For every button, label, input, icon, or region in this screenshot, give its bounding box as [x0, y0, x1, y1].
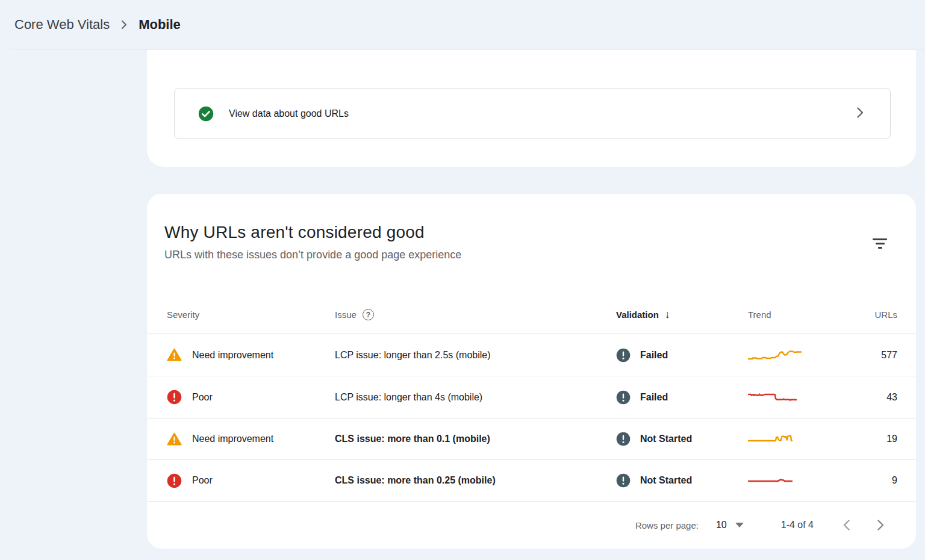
issues-subtitle: URLs with these issues don’t provide a g… [164, 249, 894, 261]
validation-exclamation-icon [616, 348, 631, 362]
column-header-severity[interactable]: Severity [167, 310, 335, 320]
urls-count-cell: 43 [870, 392, 897, 403]
column-header-validation[interactable]: Validation ↓ [616, 308, 748, 321]
trend-cell [748, 347, 870, 363]
validation-cell: Failed [616, 390, 748, 405]
issues-title: Why URLs aren't considered good [164, 223, 894, 242]
urls-count-cell: 577 [870, 350, 897, 361]
trend-cell [748, 473, 870, 488]
table-row[interactable]: Need improvement CLS issue: more than 0.… [147, 418, 916, 460]
table-row[interactable]: Poor CLS issue: more than 0.25 (mobile) … [147, 460, 916, 502]
chevron-right-icon [877, 519, 885, 531]
next-page-button[interactable] [873, 515, 888, 535]
trend-cell [748, 431, 870, 447]
rows-per-page-label: Rows per page: [635, 520, 699, 530]
sort-descending-icon: ↓ [665, 308, 670, 321]
severity-cell: Poor [167, 473, 335, 488]
validation-cell: Failed [616, 348, 748, 362]
view-good-urls-label: View data about good URLs [229, 108, 349, 119]
table-row[interactable]: Need improvement LCP issue: longer than … [147, 334, 916, 376]
help-icon[interactable]: ? [363, 309, 374, 320]
validation-exclamation-icon [616, 390, 631, 405]
error-circle-icon [167, 473, 182, 488]
trend-sparkline [748, 431, 802, 447]
issues-card-head: Why URLs aren't considered good URLs wit… [147, 194, 916, 261]
breadcrumb-chevron-icon [121, 20, 127, 30]
urls-count-cell: 19 [870, 434, 897, 444]
trend-sparkline [748, 473, 802, 488]
filter-icon[interactable] [868, 231, 892, 255]
breadcrumb-current: Mobile [139, 17, 181, 33]
chevron-left-icon [842, 519, 850, 531]
table-pagination-footer: Rows per page: 10 1-4 of 4 [147, 502, 916, 549]
severity-cell: Need improvement [167, 347, 335, 362]
top-breadcrumb-bar: Core Web Vitals Mobile [0, 0, 925, 49]
issues-table: Severity Issue ? Validation ↓ Trend URLs… [147, 296, 916, 549]
previous-page-button[interactable] [839, 515, 854, 535]
issue-cell: LCP issue: longer than 4s (mobile) [335, 392, 616, 403]
severity-cell: Poor [167, 390, 335, 405]
view-good-urls-row[interactable]: View data about good URLs [174, 88, 891, 139]
table-header-row: Severity Issue ? Validation ↓ Trend URLs [147, 296, 916, 334]
good-check-icon [198, 106, 214, 122]
issue-cell: LCP issue: longer than 2.5s (mobile) [335, 350, 616, 361]
validation-exclamation-icon [616, 473, 631, 488]
chevron-right-icon [856, 107, 864, 121]
trend-sparkline [748, 390, 802, 405]
issue-cell: CLS issue: more than 0.25 (mobile) [335, 475, 616, 486]
urls-count-cell: 9 [870, 475, 897, 486]
warning-triangle-icon [167, 432, 182, 447]
severity-cell: Need improvement [167, 432, 335, 447]
column-header-trend[interactable]: Trend [748, 310, 870, 320]
trend-sparkline [748, 347, 802, 363]
warning-triangle-icon [167, 347, 182, 362]
header-divider [10, 49, 925, 49]
column-header-urls[interactable]: URLs [870, 310, 897, 320]
issue-cell: CLS issue: more than 0.1 (mobile) [335, 434, 616, 444]
pagination-range-label: 1-4 of 4 [781, 520, 814, 530]
good-urls-card: View data about good URLs [147, 50, 916, 167]
rows-per-page-dropdown-icon[interactable] [735, 523, 744, 527]
issues-card: Why URLs aren't considered good URLs wit… [147, 194, 916, 549]
table-row[interactable]: Poor LCP issue: longer than 4s (mobile) … [147, 376, 916, 418]
rows-per-page-value[interactable]: 10 [716, 520, 727, 530]
trend-cell [748, 390, 870, 405]
validation-cell: Not Started [616, 432, 748, 446]
column-header-issue[interactable]: Issue ? [335, 309, 616, 320]
validation-cell: Not Started [616, 473, 748, 488]
error-circle-icon [167, 390, 182, 405]
breadcrumb-parent-link[interactable]: Core Web Vitals [14, 17, 110, 33]
validation-exclamation-icon [616, 432, 631, 446]
